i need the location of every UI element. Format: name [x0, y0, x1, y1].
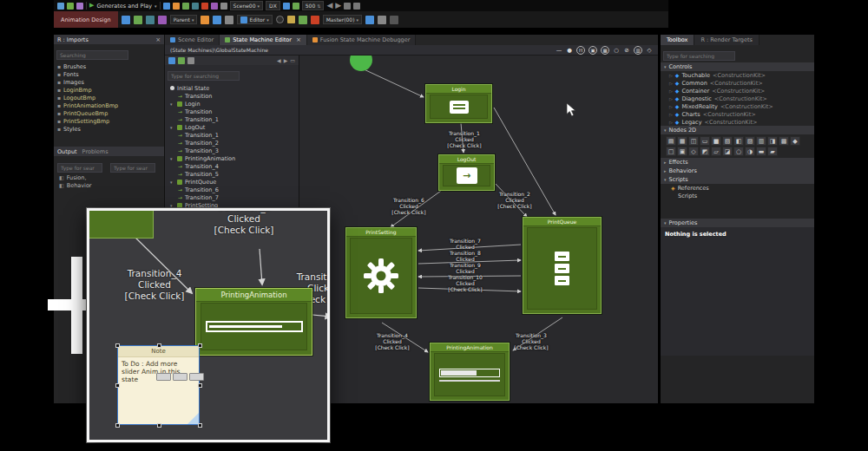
scene-select[interactable]: Scene00▾	[230, 1, 263, 10]
section-behaviors[interactable]: ▸Behaviors	[661, 167, 814, 175]
nodes2d-icon-18[interactable]: ○	[733, 147, 744, 156]
play-icon[interactable]: ▶	[89, 3, 94, 9]
toolbox-control-item[interactable]: ▷◆Container<ConstructionKit>	[661, 87, 814, 95]
nodes2d-icon-17[interactable]: ◪	[722, 147, 733, 156]
toolbar-icon[interactable]	[134, 16, 142, 24]
tree-item-group[interactable]: ▾Login	[167, 100, 299, 108]
note-tag-button[interactable]	[173, 373, 187, 381]
nodes2d-icon-14[interactable]: ◇	[688, 147, 699, 156]
nodes2d-icon-15[interactable]: ◩	[700, 147, 710, 156]
output-filter-input-2[interactable]	[110, 163, 155, 173]
imports-tree-item[interactable]: ▪Styles	[57, 125, 164, 133]
selection-handle[interactable]	[115, 343, 120, 348]
tree-item-trans[interactable]: →Transition_2	[167, 139, 299, 147]
nodes2d-icon-8[interactable]: ▥	[756, 136, 766, 146]
partial-state-node[interactable]	[89, 211, 154, 239]
circle-tool[interactable]: ○	[613, 46, 620, 55]
expander-icon[interactable]: ▾	[170, 101, 174, 107]
tab-state-machine-editor[interactable]: State Machine Editor×	[220, 35, 307, 45]
nodes2d-icon-4[interactable]: ■	[711, 136, 721, 146]
scripts-item[interactable]: Scripts	[661, 192, 814, 199]
note-tag-button[interactable]	[189, 373, 204, 381]
nodes2d-icon-19[interactable]: ◑	[745, 147, 755, 156]
add-state-icon[interactable]	[178, 57, 185, 64]
properties-header[interactable]: ▾Properties	[661, 219, 814, 227]
tree-item-group[interactable]: ▾LogOut	[167, 123, 299, 131]
toolbox-control-item[interactable]: ▷◆Charts<ConstructionKit>	[661, 110, 814, 118]
expander-icon[interactable]: ▷	[669, 96, 673, 101]
tree-item-trans[interactable]: →Transition	[167, 108, 299, 115]
toolbar-icon[interactable]	[158, 16, 167, 24]
master-dropdown[interactable]: Master(00)▾	[323, 15, 362, 24]
toolbar-icon[interactable]	[122, 16, 130, 24]
toolbar-icon[interactable]	[192, 3, 199, 10]
spinner-arrows-icon[interactable]: ⇅	[317, 3, 320, 9]
nodes2d-icon-11[interactable]: ◆	[790, 136, 800, 146]
nodes2d-icon-6[interactable]: ◧	[733, 136, 744, 146]
zoom-slider[interactable]: —	[556, 46, 562, 55]
output-filter-input[interactable]	[57, 163, 102, 173]
nodes2d-icon-1[interactable]: ▦	[677, 136, 687, 146]
scripts-item[interactable]: ◈References	[661, 184, 814, 192]
toolbar-icon[interactable]	[67, 3, 74, 10]
nodes2d-icon-5[interactable]: ▧	[722, 136, 733, 146]
toolbar-icon[interactable]	[311, 16, 319, 24]
imports-tree-item[interactable]: ▪Brushes	[57, 62, 164, 70]
nodes2d-icon-0[interactable]: ▤	[666, 136, 676, 146]
pen-icon[interactable]	[287, 16, 295, 23]
section-nodes2d[interactable]: ▾Nodes 2D	[661, 126, 814, 134]
toolbar-icon[interactable]	[146, 16, 155, 24]
home-view[interactable]: H	[576, 46, 585, 55]
selection-handle[interactable]	[198, 343, 202, 348]
toolbar-icon[interactable]	[283, 3, 290, 10]
state-node-printinganimation-zoomed[interactable]: PrintingAnimation	[195, 288, 312, 356]
dx-toggle[interactable]: DX	[266, 1, 280, 10]
nav-back-icon[interactable]: ◀	[277, 57, 281, 63]
grid-icon[interactable]	[168, 57, 175, 64]
imports-tree-item[interactable]: ▪PrintAnimationBmp	[57, 101, 164, 109]
nodes2d-icon-13[interactable]: ▣	[677, 147, 687, 156]
nodes2d-icon-20[interactable]: ▬	[756, 147, 766, 156]
toolbar-icon[interactable]	[163, 3, 170, 10]
nav-back-icon[interactable]: ◀	[326, 2, 332, 10]
close-icon[interactable]: ×	[155, 36, 161, 43]
imports-panel-header[interactable]: R : Imports ×	[54, 35, 164, 44]
expander-icon[interactable]: ▾	[170, 180, 174, 185]
tree-item-trans[interactable]: →Transition	[167, 92, 299, 100]
toolbox-control-item[interactable]: ▷◆Diagnostic<ConstructionKit>	[661, 95, 814, 102]
sticky-note[interactable]: Note To Do : Add more slider Anim in thi…	[117, 345, 200, 425]
imports-tree-item[interactable]: ▪LogoutBmp	[57, 94, 164, 101]
selection-handle[interactable]	[115, 423, 120, 428]
expander-icon[interactable]: ▷	[669, 104, 673, 109]
selection-handle[interactable]	[115, 383, 120, 388]
tab-fusion-state-machine-debugger[interactable]: Fusion State Machine Debugger	[307, 35, 417, 45]
toolbox-search-input[interactable]	[663, 51, 735, 61]
note-tag-button[interactable]	[156, 373, 171, 381]
expander-icon[interactable]: ▾	[170, 125, 174, 130]
toolbar-icon[interactable]	[344, 3, 351, 10]
nodes2d-icon-7[interactable]: ▨	[745, 136, 755, 146]
section-effects[interactable]: ▸Effects	[661, 158, 814, 167]
tab-animation-design[interactable]: Animation Design	[54, 11, 118, 28]
statemachine-search-input[interactable]	[168, 71, 240, 81]
expander-icon[interactable]: ▷	[669, 112, 673, 117]
tree-item-trans[interactable]: →Transition_6	[167, 186, 299, 193]
tree-item-trans[interactable]: →Transition_4	[167, 162, 299, 170]
toolbox-control-item[interactable]: ▷◆Common<ConstructionKit>	[661, 79, 814, 87]
nodes2d-icon-21[interactable]: ▰	[767, 147, 778, 156]
snap-grid[interactable]: ▥	[634, 46, 642, 55]
diamond-tool[interactable]: ◇	[646, 46, 653, 55]
parent-dropdown[interactable]: Parent▾	[170, 15, 198, 24]
tree-item-trans[interactable]: →Transition_1	[167, 115, 299, 123]
eye-icon[interactable]	[276, 16, 284, 23]
toolbar-icon[interactable]	[201, 16, 209, 24]
toolbar-icon[interactable]	[365, 16, 374, 24]
layout-icon[interactable]	[187, 57, 194, 64]
toolbar-icon[interactable]	[353, 3, 360, 10]
expander-icon[interactable]: ▷	[669, 88, 673, 94]
tree-item-group[interactable]: ▾PrintQueue	[167, 178, 299, 186]
disable-overlay[interactable]: ⊘	[623, 46, 630, 55]
fit-screen[interactable]: ▣	[589, 46, 597, 55]
tab-problems[interactable]: Problems	[82, 148, 108, 155]
section-scripts[interactable]: ▾Scripts	[661, 175, 814, 184]
